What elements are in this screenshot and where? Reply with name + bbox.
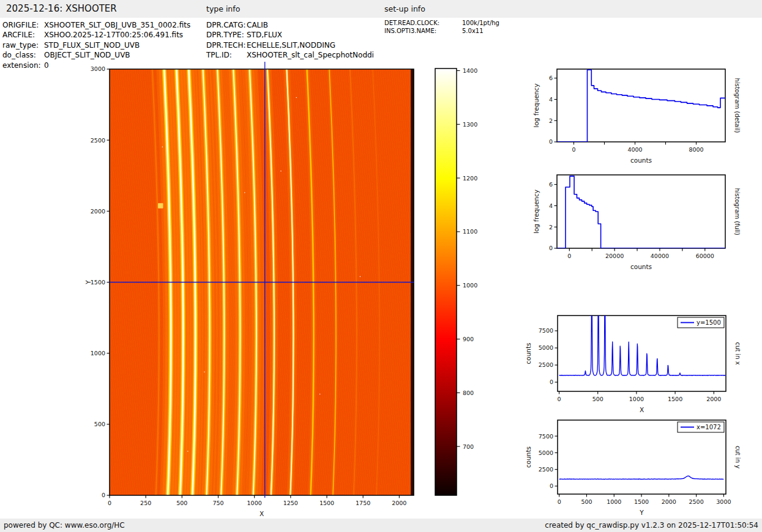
meta-label: DPR.TYPE: bbox=[206, 30, 247, 40]
hot-pixel bbox=[280, 171, 282, 171]
svg-text:0: 0 bbox=[108, 500, 111, 506]
hot-pixel bbox=[204, 372, 205, 372]
svg-text:1400: 1400 bbox=[463, 67, 477, 74]
meta-value: STD,FLUX bbox=[247, 31, 282, 39]
meta-value: XSHOOTER_SLT_OBJ_UVB_351_0002.fits bbox=[44, 21, 190, 29]
svg-text:40000: 40000 bbox=[651, 253, 669, 259]
svg-text:0: 0 bbox=[102, 492, 105, 498]
meta-value: XSHOO.2025-12-17T00:25:06.491.fits bbox=[44, 31, 183, 39]
svg-text:log frequency: log frequency bbox=[532, 83, 540, 127]
svg-text:4000: 4000 bbox=[627, 146, 642, 153]
svg-text:histogram (full): histogram (full) bbox=[734, 188, 741, 235]
meta-label: do_class: bbox=[2, 50, 44, 60]
svg-text:7500: 7500 bbox=[539, 327, 553, 334]
svg-text:X: X bbox=[260, 510, 264, 517]
svg-text:2000: 2000 bbox=[91, 208, 105, 215]
page-title: 2025-12-16: XSHOOTER bbox=[6, 0, 117, 18]
hot-pixel bbox=[360, 276, 361, 276]
svg-text:6: 6 bbox=[549, 181, 553, 188]
svg-text:2: 2 bbox=[549, 117, 553, 124]
svg-text:1500: 1500 bbox=[91, 279, 105, 286]
svg-text:0: 0 bbox=[549, 138, 553, 145]
svg-text:1200: 1200 bbox=[463, 175, 477, 182]
svg-text:cut in x: cut in x bbox=[734, 342, 741, 364]
svg-text:histogram (detail): histogram (detail) bbox=[734, 78, 741, 133]
svg-text:1750: 1750 bbox=[356, 500, 370, 506]
svg-text:0: 0 bbox=[550, 482, 553, 489]
meta-label: DET.READ.CLOCK: bbox=[384, 20, 462, 28]
footer-powered-by: powered by QC: www.eso.org/HC bbox=[4, 519, 125, 532]
meta-value: ECHELLE,SLIT,NODDING bbox=[247, 41, 335, 50]
colorbar-gradient bbox=[435, 68, 457, 495]
cut-x-plot: 05001000150020000250050007500Xcountscut … bbox=[525, 285, 741, 413]
svg-text:8000: 8000 bbox=[689, 146, 703, 153]
svg-text:2500: 2500 bbox=[689, 498, 704, 505]
svg-text:counts: counts bbox=[525, 342, 532, 364]
hist-full-plot: 02000040000600000246countslog frequencyh… bbox=[532, 175, 741, 270]
svg-text:1500: 1500 bbox=[319, 500, 334, 506]
hot-pixel bbox=[319, 394, 321, 394]
meta-label: INS.OPTI3.NAME: bbox=[384, 28, 462, 35]
meta-value: 100k/1pt/hg bbox=[462, 20, 499, 26]
svg-text:0: 0 bbox=[567, 253, 571, 259]
svg-text:4: 4 bbox=[549, 202, 553, 209]
meta-row: ARCFILE:XSHOO.2025-12-17T00:25:06.491.fi… bbox=[2, 30, 190, 40]
header-bar: 2025-12-16: XSHOOTER type info set-up in… bbox=[0, 0, 762, 18]
svg-text:counts: counts bbox=[525, 446, 532, 468]
svg-text:800: 800 bbox=[463, 390, 474, 396]
svg-text:counts: counts bbox=[630, 263, 652, 270]
svg-text:2000: 2000 bbox=[662, 498, 676, 505]
setup-info-block: DET.READ.CLOCK:100k/1pt/hg INS.OPTI3.NAM… bbox=[384, 20, 499, 35]
svg-text:2500: 2500 bbox=[91, 137, 105, 144]
meta-row: raw_type:STD_FLUX_SLIT_NOD_UVB bbox=[2, 40, 190, 50]
svg-text:1000: 1000 bbox=[91, 350, 105, 357]
footer-created-by: created by qc_rawdisp.py v1.2.3 on 2025-… bbox=[545, 519, 758, 532]
hist-detail-plot: 0400080000246countslog frequencyhistogra… bbox=[532, 69, 741, 164]
svg-text:0: 0 bbox=[558, 498, 561, 505]
svg-text:1300: 1300 bbox=[463, 121, 477, 128]
svg-text:log frequency: log frequency bbox=[532, 190, 540, 234]
echelle-orders-canvas bbox=[110, 69, 414, 495]
cut-y-plot: 0500100015002000250030000250050007500Yco… bbox=[525, 420, 741, 516]
bright-artifact-blob bbox=[158, 203, 163, 208]
svg-text:2000: 2000 bbox=[392, 500, 406, 506]
svg-text:Y: Y bbox=[639, 509, 644, 516]
svg-text:2500: 2500 bbox=[539, 361, 553, 368]
footer-bar: powered by QC: www.eso.org/HC created by… bbox=[0, 519, 762, 532]
meta-row: do_class:OBJECT_SLIT_NOD_UVB bbox=[2, 50, 190, 60]
svg-text:60000: 60000 bbox=[696, 253, 714, 259]
meta-row: TPL.ID:XSHOOTER_slt_cal_SpecphotNoddi bbox=[206, 50, 374, 60]
meta-label: TPL.ID: bbox=[206, 50, 247, 60]
meta-value: 5.0x11 bbox=[462, 28, 484, 34]
svg-text:0: 0 bbox=[558, 396, 561, 402]
svg-text:6: 6 bbox=[549, 75, 553, 81]
meta-label: DPR.CATG: bbox=[206, 20, 247, 30]
type-info-header: type info bbox=[206, 0, 240, 18]
svg-text:7500: 7500 bbox=[539, 433, 553, 440]
svg-text:5000: 5000 bbox=[539, 344, 553, 351]
meta-value: XSHOOTER_slt_cal_SpecphotNoddi bbox=[247, 51, 374, 59]
meta-row: ORIGFILE:XSHOOTER_SLT_OBJ_UVB_351_0002.f… bbox=[2, 20, 190, 30]
meta-label: raw_type: bbox=[2, 40, 44, 50]
svg-text:500: 500 bbox=[94, 421, 105, 427]
meta-label: extension: bbox=[2, 61, 44, 70]
svg-text:3000: 3000 bbox=[716, 498, 731, 505]
svg-text:0: 0 bbox=[572, 146, 575, 153]
meta-row: INS.OPTI3.NAME:5.0x11 bbox=[384, 28, 499, 35]
svg-text:700: 700 bbox=[463, 443, 474, 450]
svg-text:750: 750 bbox=[212, 500, 223, 506]
svg-text:1250: 1250 bbox=[283, 500, 298, 506]
svg-text:1500: 1500 bbox=[634, 498, 649, 505]
meta-row: DET.READ.CLOCK:100k/1pt/hg bbox=[384, 20, 499, 28]
svg-text:Y: Y bbox=[84, 280, 92, 285]
svg-text:500: 500 bbox=[176, 500, 187, 506]
svg-text:4: 4 bbox=[549, 96, 553, 103]
svg-text:y=1500: y=1500 bbox=[697, 319, 721, 326]
svg-text:counts: counts bbox=[630, 157, 652, 164]
svg-text:0: 0 bbox=[550, 379, 553, 385]
hot-pixel bbox=[296, 97, 297, 98]
type-info-block: DPR.CATG:CALIB DPR.TYPE:STD,FLUX DPR.TEC… bbox=[206, 20, 374, 61]
meta-value: OBJECT_SLIT_NOD_UVB bbox=[44, 51, 130, 59]
svg-text:0: 0 bbox=[549, 245, 553, 251]
setup-info-header: set-up info bbox=[384, 0, 425, 18]
